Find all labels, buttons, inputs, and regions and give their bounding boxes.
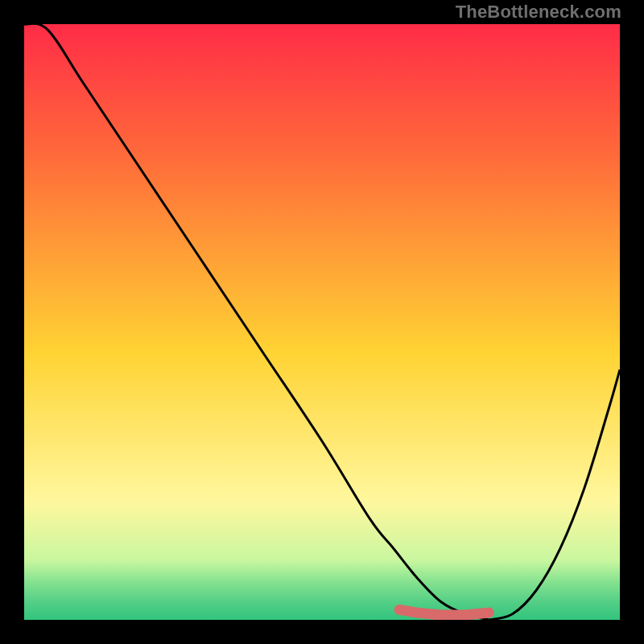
optimal-range-marker	[399, 609, 489, 615]
chart-canvas	[24, 24, 620, 620]
chart-frame: TheBottleneck.com	[0, 0, 644, 644]
plot-area	[24, 24, 620, 620]
watermark-label: TheBottleneck.com	[456, 2, 621, 23]
gradient-background	[24, 24, 620, 620]
